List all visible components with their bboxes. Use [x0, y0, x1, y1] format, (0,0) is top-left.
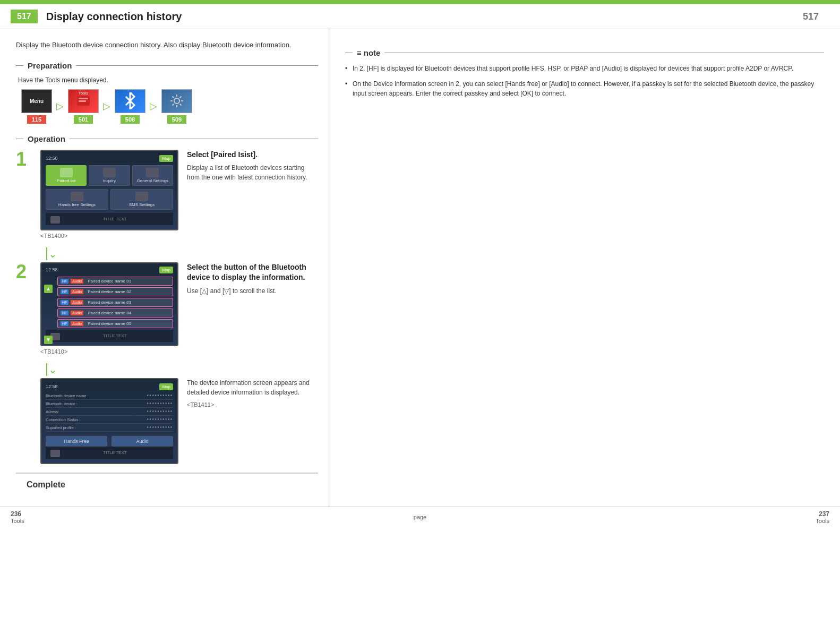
tools-label: Tools	[79, 91, 89, 96]
prep-arrow-2: ▷	[103, 100, 110, 112]
prep-step-menu: Menu 115	[21, 89, 52, 124]
screen-3-footer: TITLE TEXT	[46, 447, 173, 459]
complete-label: Complete	[27, 480, 65, 489]
bt-paired-list-btn[interactable]: Paired list	[46, 165, 87, 186]
screen-1-title: TITLE TEXT	[60, 217, 170, 221]
screen-3-map-btn[interactable]: Map	[159, 383, 173, 390]
paired-item-4[interactable]: HF Audio Paired device name 04	[57, 308, 173, 318]
hands-free-btn[interactable]: Hands Free	[46, 436, 107, 447]
right-column: ≡note In 2, [HF] is displayed for Blueto…	[329, 29, 840, 507]
bt-inquiry-btn[interactable]: Inquiry	[89, 165, 130, 186]
step-1-container: 1 12:58 Map Paired list	[16, 150, 318, 239]
bt-paired-list-label: Paired list	[48, 178, 84, 183]
connector-line	[46, 247, 47, 260]
di-value-2: **********	[147, 401, 173, 406]
note-list: In 2, [HF] is displayed for Bluetooth de…	[345, 64, 824, 99]
footer-left-page-num: 236	[11, 510, 21, 518]
screen-1-footer: TITLE TEXT	[46, 213, 173, 225]
audio-btn[interactable]: Audio	[112, 436, 173, 447]
paired-item-3[interactable]: HF Audio Paired device name 03	[57, 298, 173, 307]
badge-hf-5: HF	[61, 321, 68, 326]
bt-inquiry-label: Inquiry	[91, 178, 127, 183]
step-2b-container: 12:58 Map Bluetooth device name : ******…	[40, 378, 318, 464]
page-footer: 236 Tools page 237 Tools	[0, 507, 840, 527]
heading-line-right	[76, 65, 318, 66]
op-heading-line-right	[70, 139, 318, 139]
di-value-4: **********	[147, 417, 173, 422]
paired-item-1[interactable]: HF Audio Paired device name 01	[57, 277, 173, 286]
prep-step-tools: Tools 501	[68, 89, 99, 124]
screen-2-time: 12:58	[46, 267, 58, 272]
device-info-row-2: Bluetooth device : **********	[46, 401, 173, 408]
heading-line-left	[16, 65, 23, 66]
footer-right: 237 Tools	[816, 510, 829, 524]
svg-point-3	[174, 98, 179, 104]
step-2-title: Select the button of the Bluetooth devic…	[187, 262, 318, 283]
device-info-row-4: Connection Status : **********	[46, 417, 173, 424]
screen-3-back-btn[interactable]	[50, 450, 60, 457]
paired-name-1: Paired device name 01	[88, 279, 131, 284]
step-2-content: 12:58 Map HF Audio Paired device name 01…	[40, 262, 178, 355]
di-value-5: **********	[147, 425, 173, 430]
step-1-content: 12:58 Map Paired list Inquiry	[40, 150, 178, 239]
prep-icon-bluetooth	[115, 89, 145, 113]
prep-arrow-1: ▷	[56, 100, 64, 112]
bt-bottom-row: Hands free Settings SMS Settings	[46, 189, 173, 210]
main-content: Display the Bluetooth device connection …	[0, 29, 840, 507]
screen-2-map-btn[interactable]: Map	[159, 267, 173, 273]
prep-step-setup: 509	[161, 89, 192, 124]
bt-inquiry-icon	[103, 168, 116, 177]
paired-items-wrapper: HF Audio Paired device name 01 HF Audio …	[46, 277, 173, 328]
prep-badge-508: 508	[121, 115, 140, 124]
prep-arrow-3: ▷	[150, 100, 157, 112]
paired-item-5[interactable]: HF Audio Paired device name 05	[57, 319, 173, 328]
operation-section-heading: Operation	[16, 134, 318, 143]
screen-1-back-btn[interactable]	[50, 216, 60, 224]
scroll-down-btn[interactable]: ▼	[44, 336, 53, 344]
screen-1-map-btn[interactable]: Map	[159, 155, 173, 162]
bt-handsfree-btn[interactable]: Hands free Settings	[46, 189, 108, 210]
step-1-screen: 12:58 Map Paired list Inquiry	[40, 150, 178, 230]
bt-general-settings-btn[interactable]: General Settings	[132, 165, 173, 186]
step-connector-1-2: ⌄	[40, 247, 318, 260]
bt-handsfree-icon	[71, 192, 83, 201]
connector-arrow-down-2: ⌄	[48, 363, 57, 376]
device-info-row-3: Adress: **********	[46, 409, 173, 416]
bt-general-settings-label: General Settings	[135, 178, 170, 183]
svg-rect-2	[79, 100, 86, 102]
badge-audio-3: Audio	[71, 300, 83, 305]
footer-left-page-label: page	[414, 514, 426, 520]
di-label-5: Suported profile :	[46, 425, 76, 430]
op-heading-line-left	[16, 139, 23, 139]
bt-sms-btn[interactable]: SMS Settings	[110, 189, 173, 210]
badge-audio-1: Audio	[71, 279, 83, 284]
step-1-number: 1	[16, 150, 32, 169]
tools-icon: Tools	[68, 90, 98, 113]
paired-item-2[interactable]: HF Audio Paired device name 02	[57, 287, 173, 296]
preparation-label: Preparation	[23, 61, 76, 70]
bluetooth-icon	[115, 90, 145, 113]
step-2-tag: <TB1410>	[40, 348, 178, 355]
screen-2-title: TITLE TEXT	[60, 333, 170, 338]
scroll-up-btn[interactable]: ▲	[44, 285, 53, 293]
badge-audio-4: Audio	[71, 311, 83, 315]
note-item-1: In 2, [HF] is displayed for Bluetooth de…	[345, 64, 824, 74]
top-accent-bar	[0, 0, 840, 4]
step-1-desc: Select [Paired Isist]. Display a list of…	[187, 150, 318, 183]
preparation-subtitle: Have the Tools menu displayed.	[18, 76, 318, 84]
left-column: Display the Bluetooth device connection …	[0, 29, 329, 507]
paired-list-screen: 12:58 Map HF Audio Paired device name 01…	[41, 263, 177, 345]
device-info-row-1: Bluetooth device name : **********	[46, 393, 173, 400]
footer-right-section: Tools	[816, 518, 829, 524]
badge-audio-2: Audio	[71, 289, 83, 294]
note-heading-line-left	[345, 53, 353, 53]
scroll-controls: ▲ ▼	[44, 285, 53, 344]
bt-paired-list-icon	[60, 168, 73, 177]
prep-step-bluetooth: 508	[115, 89, 145, 124]
complete-section: Complete	[16, 473, 318, 496]
device-info-text: The device information screen appears an…	[187, 378, 318, 397]
step-1-screen-mock: 12:58 Map Paired list Inquiry	[41, 151, 177, 229]
di-label-3: Adress:	[46, 409, 59, 414]
footer-left: 236 Tools	[11, 510, 24, 524]
step-2b-desc: The device information screen appears an…	[187, 378, 318, 408]
